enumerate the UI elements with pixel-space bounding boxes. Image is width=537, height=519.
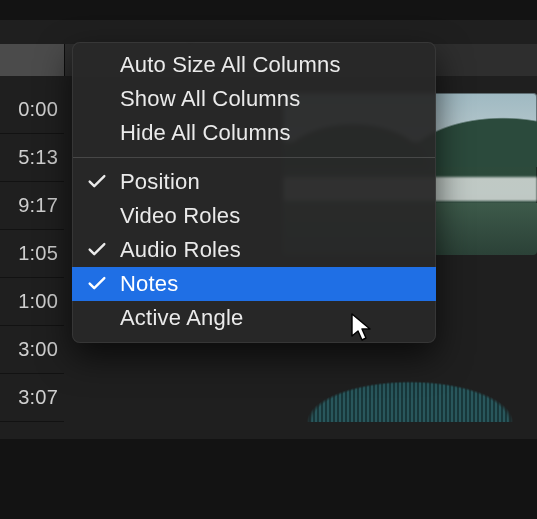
menu-item-label: Notes: [120, 271, 178, 297]
timecode: 3:07: [18, 386, 58, 409]
timecode-cell: 1:00: [0, 278, 64, 326]
menu-item-column-active-angle[interactable]: Active Angle: [72, 301, 436, 335]
timecode: 3:00: [18, 338, 58, 361]
checkmark-icon: [86, 171, 108, 193]
menu-item-label: Show All Columns: [120, 86, 301, 112]
timecode: 9:17: [18, 194, 58, 217]
timecode: 1:05: [18, 242, 58, 265]
column-context-menu[interactable]: Auto Size All Columns Show All Columns H…: [72, 42, 436, 343]
menu-item-show-all-columns[interactable]: Show All Columns: [72, 82, 436, 116]
menu-item-hide-all-columns[interactable]: Hide All Columns: [72, 116, 436, 150]
timecode: 0:00: [18, 98, 58, 121]
timecode: 1:00: [18, 290, 58, 313]
column-header-active[interactable]: [0, 44, 64, 76]
menu-item-column-position[interactable]: Position: [72, 165, 436, 199]
menu-item-column-audio-roles[interactable]: Audio Roles: [72, 233, 436, 267]
audio-waveform[interactable]: [283, 358, 537, 422]
menu-item-label: Video Roles: [120, 203, 240, 229]
timecode-cell: 1:05: [0, 230, 64, 278]
timecode: 5:13: [18, 146, 58, 169]
menu-item-column-notes[interactable]: Notes: [72, 267, 436, 301]
timeline-stage: 0:00 5:13 9:17 1:05 1:00 3:00 3:07 Auto …: [0, 0, 537, 519]
menu-item-auto-size-columns[interactable]: Auto Size All Columns: [72, 48, 436, 82]
timecode-column: 0:00 5:13 9:17 1:05 1:00 3:00 3:07: [0, 86, 64, 422]
bottom-strip: [0, 439, 537, 519]
timecode-cell: 9:17: [0, 182, 64, 230]
menu-item-column-video-roles[interactable]: Video Roles: [72, 199, 436, 233]
timecode-cell: 3:07: [0, 374, 64, 422]
menu-separator: [73, 157, 435, 158]
menu-item-label: Position: [120, 169, 200, 195]
timecode-cell: 3:00: [0, 326, 64, 374]
top-strip: [0, 0, 537, 20]
column-divider[interactable]: [64, 44, 65, 76]
timecode-cell: 5:13: [0, 134, 64, 182]
timecode-cell: 0:00: [0, 86, 64, 134]
menu-item-label: Hide All Columns: [120, 120, 291, 146]
menu-item-label: Audio Roles: [120, 237, 241, 263]
menu-item-label: Auto Size All Columns: [120, 52, 341, 78]
checkmark-icon: [86, 273, 108, 295]
checkmark-icon: [86, 239, 108, 261]
menu-item-label: Active Angle: [120, 305, 243, 331]
